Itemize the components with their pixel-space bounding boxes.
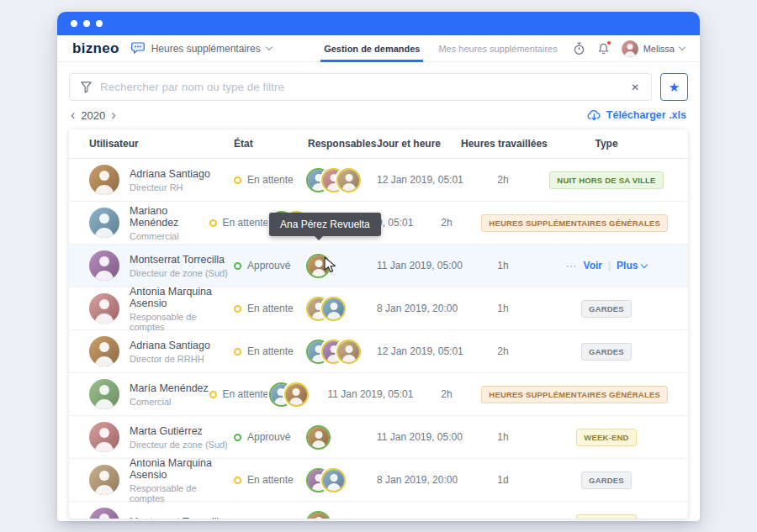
status-dot-icon xyxy=(234,305,241,313)
user-role: Directeur de zone (Sud) xyxy=(130,268,228,278)
status-dot-icon xyxy=(234,176,241,184)
user-avatar xyxy=(89,379,119,409)
tab-label: Gestion de demandes xyxy=(324,44,420,54)
app-window: bizneo Heures supplémentaires Gestion de… xyxy=(57,12,700,521)
user-name: María Menéndez xyxy=(130,382,209,394)
year-label: 2020 xyxy=(81,109,105,122)
header-right: Gestion de demandes Mes heures supplémen… xyxy=(320,35,685,61)
responsables xyxy=(308,170,377,191)
chevron-down-icon xyxy=(679,44,686,50)
module-selector[interactable]: Heures supplémentaires xyxy=(131,42,272,55)
status-dot-icon xyxy=(234,434,241,441)
responsable-avatar[interactable] xyxy=(308,255,329,277)
responsable-avatar[interactable] xyxy=(338,170,359,191)
col-header-jour: Jour et heure xyxy=(377,138,461,150)
responsables xyxy=(271,384,328,405)
col-header-etat: État xyxy=(234,138,308,150)
table-row[interactable]: Marta Gutiérrez Directeur de zone (Sud) … xyxy=(69,416,688,459)
type-badge: WEEK-END xyxy=(576,429,636,446)
chevron-down-icon xyxy=(641,261,648,267)
bizneo-logo: bizneo xyxy=(72,40,119,57)
hours-worked: 1h xyxy=(461,431,545,443)
user-role: Directeur RH xyxy=(130,182,210,192)
notifications-button[interactable] xyxy=(597,42,610,55)
next-year-button[interactable]: › xyxy=(111,108,115,122)
table-row[interactable]: María Menéndez Comercial En attente 11 J… xyxy=(69,373,688,416)
responsable-avatar[interactable] xyxy=(323,470,344,491)
responsable-avatar[interactable] xyxy=(308,427,329,448)
status-label: En attente xyxy=(247,345,294,357)
responsable-avatar[interactable] xyxy=(323,298,344,319)
status-label: En attente xyxy=(247,474,294,486)
window-control-icon[interactable] xyxy=(71,20,77,27)
star-icon: ★ xyxy=(669,80,680,95)
tab-gestion-de-demandes[interactable]: Gestion de demandes xyxy=(320,35,423,61)
user-avatar xyxy=(622,40,638,57)
hours-worked: 1h xyxy=(461,517,545,519)
user-avatar xyxy=(89,508,119,519)
table-row[interactable]: Adriana Santiago Directeur RH En attente… xyxy=(69,159,688,202)
search-input[interactable] xyxy=(100,81,622,93)
clear-search-icon[interactable]: ✕ xyxy=(629,80,641,95)
responsable-avatar[interactable] xyxy=(338,341,359,362)
responsables xyxy=(308,298,377,319)
responsables xyxy=(308,470,377,491)
responsable-avatar[interactable] xyxy=(286,384,307,405)
status-dot-icon xyxy=(209,391,217,398)
filter-icon xyxy=(80,81,93,93)
responsables xyxy=(308,427,377,448)
responsable-avatar[interactable] xyxy=(308,513,329,519)
app-header: bizneo Heures supplémentaires Gestion de… xyxy=(57,35,700,62)
window-control-icon[interactable] xyxy=(83,20,90,27)
status: En attente xyxy=(234,345,308,357)
plus-label: Plus xyxy=(617,260,638,271)
user-name: Montserrat Torrecilla xyxy=(130,516,225,519)
voir-link[interactable]: Voir xyxy=(584,260,602,271)
table-row[interactable]: Montserrat Torrecilla Approuvé 11 Jan 20… xyxy=(69,502,688,519)
prev-year-button[interactable]: ‹ xyxy=(71,108,75,122)
col-header-type: Type xyxy=(595,138,617,150)
status: En attente xyxy=(209,388,271,400)
user-avatar xyxy=(89,250,119,281)
hours-worked: 1d xyxy=(461,474,545,486)
status-label: En attente xyxy=(223,388,269,400)
responsables xyxy=(308,513,377,519)
favorite-filters-button[interactable]: ★ xyxy=(660,73,688,101)
notification-dot xyxy=(606,40,611,45)
page-content: ✕ ★ ‹ 2020 › Télécharger .xls xyxy=(57,62,700,519)
more-options-icon[interactable]: ⋯ xyxy=(566,260,578,272)
datetime: 12 Jan 2019, 05:01 xyxy=(377,345,461,357)
table-row-hovered[interactable]: Montserrat Torrecilla Directeur de zone … xyxy=(69,245,688,287)
type-badge: GARDES xyxy=(581,343,632,361)
tab-label: Mes heures supplémentaires xyxy=(438,44,557,54)
datetime: 11 Jan 2019, 05:00 xyxy=(377,260,461,271)
search-row: ✕ ★ xyxy=(69,73,688,101)
col-header-responsables: Responsables xyxy=(308,138,377,150)
plus-menu[interactable]: Plus xyxy=(617,260,647,271)
table-row[interactable]: Antonia Marquina Asensio Responsable de … xyxy=(69,287,688,330)
user-name: Marta Gutiérrez xyxy=(130,425,228,437)
requests-table: Utilisateur État Responsables Jour et he… xyxy=(69,129,688,519)
user-menu[interactable]: Melissa xyxy=(622,40,685,57)
user-avatar xyxy=(89,422,119,452)
responsable-tooltip: Ana Pérez Revuelta xyxy=(269,213,381,236)
type-badge: HEURES SUPPLÉMENTAIRES GÉNÉRALES xyxy=(481,214,668,232)
tab-mes-heures-supplementaires[interactable]: Mes heures supplémentaires xyxy=(435,35,560,61)
actions-separator: | xyxy=(608,260,611,271)
user-role: Comercial xyxy=(130,397,209,407)
hours-worked: 2h xyxy=(461,345,545,357)
status-label: Approuvé xyxy=(247,431,290,443)
type-badge: GARDES xyxy=(581,471,632,489)
table-row[interactable]: Antonia Marquina Asensio Responsable de … xyxy=(69,459,688,502)
timer-button[interactable] xyxy=(573,42,585,55)
user-avatar xyxy=(89,208,119,238)
type-badge: GARDES xyxy=(581,300,632,318)
search-box: ✕ xyxy=(69,73,652,101)
window-titlebar xyxy=(57,12,700,35)
download-xls-link[interactable]: Télécharger .xls xyxy=(587,109,686,121)
datetime: 11 Jan 2019, 05:00 xyxy=(377,517,461,519)
window-control-icon[interactable] xyxy=(96,20,103,27)
table-row[interactable]: Adriana Santiago Director de RRHH En att… xyxy=(69,330,688,373)
datetime: 8 Jan 2019, 20:00 xyxy=(377,474,461,486)
status-label: En attente xyxy=(223,217,269,229)
